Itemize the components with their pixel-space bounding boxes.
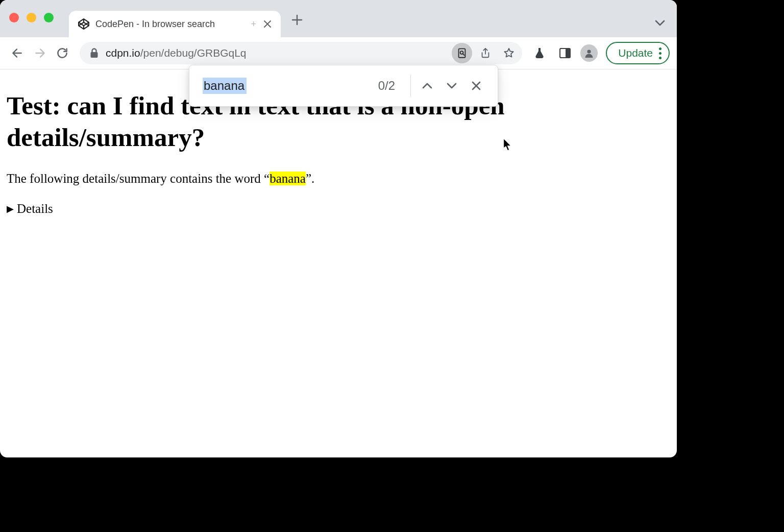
more-dots-icon bbox=[659, 47, 662, 59]
reload-button[interactable] bbox=[52, 43, 72, 63]
svg-rect-1 bbox=[459, 49, 465, 57]
svg-point-5 bbox=[587, 50, 591, 53]
intro-paragraph: The following details/summary contains t… bbox=[7, 170, 670, 187]
tab-list-dropdown-icon[interactable] bbox=[654, 17, 666, 31]
disclosure-triangle-icon: ▶ bbox=[7, 203, 14, 214]
browser-tab[interactable]: CodePen - In browser search + bbox=[69, 11, 281, 37]
labs-icon[interactable] bbox=[529, 43, 550, 63]
tab-media-indicator: + bbox=[251, 19, 256, 30]
browser-window: CodePen - In browser search + bbox=[0, 0, 677, 457]
tab-strip: CodePen - In browser search + bbox=[0, 0, 677, 37]
window-minimize-button[interactable] bbox=[27, 13, 36, 22]
para-prefix: The following details/summary contains t… bbox=[7, 172, 270, 185]
back-button[interactable] bbox=[7, 43, 28, 63]
toolbar-actions: Update bbox=[529, 42, 670, 64]
bookmark-star-icon[interactable] bbox=[499, 43, 519, 63]
find-next-button[interactable] bbox=[439, 74, 464, 98]
lock-icon bbox=[90, 48, 99, 58]
url-domain: cdpn.io bbox=[106, 47, 140, 59]
codepen-favicon-icon bbox=[78, 18, 89, 30]
find-input[interactable]: banana bbox=[203, 78, 247, 94]
update-label: Update bbox=[618, 47, 653, 59]
window-fullscreen-button[interactable] bbox=[44, 13, 54, 22]
update-button[interactable]: Update bbox=[606, 42, 670, 64]
find-separator bbox=[410, 75, 411, 97]
window-close-button[interactable] bbox=[9, 13, 19, 22]
address-bar[interactable]: cdpn.io/pen/debug/GRBGqLq bbox=[80, 42, 522, 64]
tab-title: CodePen - In browser search bbox=[95, 19, 247, 30]
side-panel-icon[interactable] bbox=[555, 43, 575, 63]
url-text: cdpn.io/pen/debug/GRBGqLq bbox=[106, 47, 247, 59]
find-close-button[interactable] bbox=[464, 74, 488, 98]
details-summary[interactable]: ▶ Details bbox=[7, 202, 670, 216]
new-tab-button[interactable] bbox=[288, 11, 306, 29]
para-suffix: ”. bbox=[306, 172, 314, 185]
search-highlight: banana bbox=[270, 172, 306, 185]
find-match-count: 0/2 bbox=[378, 79, 406, 93]
share-icon[interactable] bbox=[475, 43, 496, 63]
find-in-page-indicator-icon[interactable] bbox=[452, 43, 472, 63]
tab-close-button[interactable] bbox=[262, 19, 273, 29]
find-in-page-bar: banana 0/2 bbox=[189, 65, 498, 107]
details-summary-label: Details bbox=[17, 202, 53, 216]
url-path: /pen/debug/GRBGqLq bbox=[140, 47, 247, 59]
svg-rect-0 bbox=[91, 52, 98, 58]
find-previous-button[interactable] bbox=[415, 74, 439, 98]
window-controls bbox=[9, 13, 54, 22]
profile-button[interactable] bbox=[580, 44, 598, 62]
forward-button[interactable] bbox=[30, 43, 50, 63]
svg-rect-4 bbox=[566, 49, 570, 58]
